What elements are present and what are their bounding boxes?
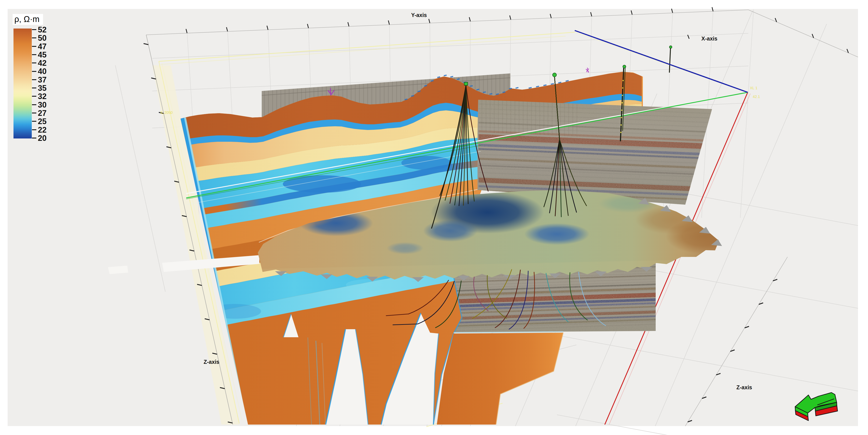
svg-text:27: 27 bbox=[38, 109, 46, 118]
svg-text:52: 52 bbox=[38, 25, 46, 34]
svg-text:50: 50 bbox=[38, 33, 46, 42]
svg-text:ρ, Ω·m: ρ, Ω·m bbox=[14, 14, 39, 24]
svg-text:XL 1: XL 1 bbox=[750, 86, 757, 90]
svg-text:Z-axis: Z-axis bbox=[736, 384, 752, 390]
svg-text:Y-axis: Y-axis bbox=[411, 12, 427, 18]
svg-text:Z-axis: Z-axis bbox=[204, 359, 219, 365]
svg-text:37: 37 bbox=[38, 75, 46, 84]
svg-text:X-axis: X-axis bbox=[701, 35, 717, 41]
svg-text:20: 20 bbox=[38, 134, 46, 143]
svg-text:47: 47 bbox=[38, 42, 46, 51]
svg-text:32: 32 bbox=[38, 92, 46, 101]
svg-text:25: 25 bbox=[38, 117, 46, 126]
svg-text:IL 2050: IL 2050 bbox=[160, 111, 173, 115]
svg-text:40: 40 bbox=[38, 67, 46, 76]
svg-text:42: 42 bbox=[38, 59, 46, 67]
svg-text:42.1: 42.1 bbox=[753, 95, 760, 99]
svg-text:35: 35 bbox=[38, 84, 46, 92]
svg-text:45: 45 bbox=[38, 50, 46, 59]
svg-text:22: 22 bbox=[38, 125, 46, 134]
svg-text:30: 30 bbox=[38, 100, 46, 109]
